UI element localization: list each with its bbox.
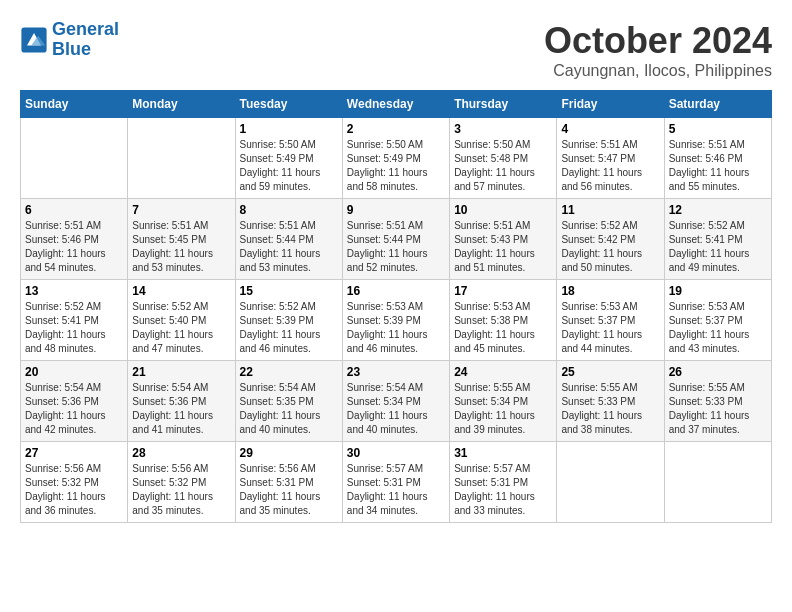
day-number: 5 xyxy=(669,122,767,136)
column-header-thursday: Thursday xyxy=(450,91,557,118)
day-number: 26 xyxy=(669,365,767,379)
calendar-cell: 7Sunrise: 5:51 AM Sunset: 5:45 PM Daylig… xyxy=(128,199,235,280)
day-info: Sunrise: 5:51 AM Sunset: 5:47 PM Dayligh… xyxy=(561,138,659,194)
calendar-cell: 8Sunrise: 5:51 AM Sunset: 5:44 PM Daylig… xyxy=(235,199,342,280)
calendar-cell: 16Sunrise: 5:53 AM Sunset: 5:39 PM Dayli… xyxy=(342,280,449,361)
day-number: 18 xyxy=(561,284,659,298)
day-info: Sunrise: 5:51 AM Sunset: 5:44 PM Dayligh… xyxy=(240,219,338,275)
day-number: 25 xyxy=(561,365,659,379)
column-header-monday: Monday xyxy=(128,91,235,118)
calendar-cell: 18Sunrise: 5:53 AM Sunset: 5:37 PM Dayli… xyxy=(557,280,664,361)
day-number: 17 xyxy=(454,284,552,298)
calendar-cell: 27Sunrise: 5:56 AM Sunset: 5:32 PM Dayli… xyxy=(21,442,128,523)
day-info: Sunrise: 5:54 AM Sunset: 5:36 PM Dayligh… xyxy=(25,381,123,437)
day-info: Sunrise: 5:54 AM Sunset: 5:34 PM Dayligh… xyxy=(347,381,445,437)
day-number: 28 xyxy=(132,446,230,460)
day-info: Sunrise: 5:50 AM Sunset: 5:48 PM Dayligh… xyxy=(454,138,552,194)
title-section: October 2024 Cayungnan, Ilocos, Philippi… xyxy=(544,20,772,80)
calendar-cell: 28Sunrise: 5:56 AM Sunset: 5:32 PM Dayli… xyxy=(128,442,235,523)
day-info: Sunrise: 5:51 AM Sunset: 5:46 PM Dayligh… xyxy=(669,138,767,194)
calendar-cell: 5Sunrise: 5:51 AM Sunset: 5:46 PM Daylig… xyxy=(664,118,771,199)
day-number: 14 xyxy=(132,284,230,298)
day-number: 3 xyxy=(454,122,552,136)
day-number: 10 xyxy=(454,203,552,217)
day-number: 19 xyxy=(669,284,767,298)
calendar-cell: 15Sunrise: 5:52 AM Sunset: 5:39 PM Dayli… xyxy=(235,280,342,361)
day-number: 2 xyxy=(347,122,445,136)
day-number: 11 xyxy=(561,203,659,217)
day-number: 27 xyxy=(25,446,123,460)
calendar-cell: 23Sunrise: 5:54 AM Sunset: 5:34 PM Dayli… xyxy=(342,361,449,442)
calendar-cell: 20Sunrise: 5:54 AM Sunset: 5:36 PM Dayli… xyxy=(21,361,128,442)
calendar-cell: 25Sunrise: 5:55 AM Sunset: 5:33 PM Dayli… xyxy=(557,361,664,442)
day-number: 7 xyxy=(132,203,230,217)
day-number: 15 xyxy=(240,284,338,298)
calendar-cell: 26Sunrise: 5:55 AM Sunset: 5:33 PM Dayli… xyxy=(664,361,771,442)
day-number: 20 xyxy=(25,365,123,379)
day-number: 21 xyxy=(132,365,230,379)
calendar-week-row: 6Sunrise: 5:51 AM Sunset: 5:46 PM Daylig… xyxy=(21,199,772,280)
calendar-cell: 6Sunrise: 5:51 AM Sunset: 5:46 PM Daylig… xyxy=(21,199,128,280)
day-number: 22 xyxy=(240,365,338,379)
calendar-cell: 3Sunrise: 5:50 AM Sunset: 5:48 PM Daylig… xyxy=(450,118,557,199)
calendar-cell: 29Sunrise: 5:56 AM Sunset: 5:31 PM Dayli… xyxy=(235,442,342,523)
day-info: Sunrise: 5:50 AM Sunset: 5:49 PM Dayligh… xyxy=(240,138,338,194)
day-number: 29 xyxy=(240,446,338,460)
calendar-cell: 21Sunrise: 5:54 AM Sunset: 5:36 PM Dayli… xyxy=(128,361,235,442)
logo-icon xyxy=(20,26,48,54)
calendar-week-row: 13Sunrise: 5:52 AM Sunset: 5:41 PM Dayli… xyxy=(21,280,772,361)
calendar-cell xyxy=(664,442,771,523)
day-info: Sunrise: 5:52 AM Sunset: 5:42 PM Dayligh… xyxy=(561,219,659,275)
calendar-cell: 1Sunrise: 5:50 AM Sunset: 5:49 PM Daylig… xyxy=(235,118,342,199)
calendar-cell xyxy=(128,118,235,199)
calendar-cell: 2Sunrise: 5:50 AM Sunset: 5:49 PM Daylig… xyxy=(342,118,449,199)
column-header-sunday: Sunday xyxy=(21,91,128,118)
column-header-friday: Friday xyxy=(557,91,664,118)
logo-text: General Blue xyxy=(52,20,119,60)
day-number: 23 xyxy=(347,365,445,379)
day-info: Sunrise: 5:51 AM Sunset: 5:44 PM Dayligh… xyxy=(347,219,445,275)
calendar-cell: 12Sunrise: 5:52 AM Sunset: 5:41 PM Dayli… xyxy=(664,199,771,280)
month-title: October 2024 xyxy=(544,20,772,62)
page-header: General Blue October 2024 Cayungnan, Ilo… xyxy=(20,20,772,80)
day-info: Sunrise: 5:56 AM Sunset: 5:32 PM Dayligh… xyxy=(25,462,123,518)
calendar-week-row: 20Sunrise: 5:54 AM Sunset: 5:36 PM Dayli… xyxy=(21,361,772,442)
calendar-cell: 30Sunrise: 5:57 AM Sunset: 5:31 PM Dayli… xyxy=(342,442,449,523)
day-info: Sunrise: 5:55 AM Sunset: 5:33 PM Dayligh… xyxy=(561,381,659,437)
day-info: Sunrise: 5:54 AM Sunset: 5:35 PM Dayligh… xyxy=(240,381,338,437)
day-info: Sunrise: 5:52 AM Sunset: 5:41 PM Dayligh… xyxy=(25,300,123,356)
day-number: 12 xyxy=(669,203,767,217)
day-number: 30 xyxy=(347,446,445,460)
calendar-cell: 19Sunrise: 5:53 AM Sunset: 5:37 PM Dayli… xyxy=(664,280,771,361)
logo-line2: Blue xyxy=(52,39,91,59)
logo: General Blue xyxy=(20,20,119,60)
day-info: Sunrise: 5:53 AM Sunset: 5:38 PM Dayligh… xyxy=(454,300,552,356)
calendar-cell: 10Sunrise: 5:51 AM Sunset: 5:43 PM Dayli… xyxy=(450,199,557,280)
day-info: Sunrise: 5:52 AM Sunset: 5:40 PM Dayligh… xyxy=(132,300,230,356)
day-info: Sunrise: 5:56 AM Sunset: 5:32 PM Dayligh… xyxy=(132,462,230,518)
column-header-saturday: Saturday xyxy=(664,91,771,118)
calendar-table: SundayMondayTuesdayWednesdayThursdayFrid… xyxy=(20,90,772,523)
calendar-cell: 31Sunrise: 5:57 AM Sunset: 5:31 PM Dayli… xyxy=(450,442,557,523)
calendar-cell: 24Sunrise: 5:55 AM Sunset: 5:34 PM Dayli… xyxy=(450,361,557,442)
calendar-week-row: 1Sunrise: 5:50 AM Sunset: 5:49 PM Daylig… xyxy=(21,118,772,199)
day-number: 31 xyxy=(454,446,552,460)
day-number: 24 xyxy=(454,365,552,379)
logo-line1: General xyxy=(52,19,119,39)
day-number: 13 xyxy=(25,284,123,298)
day-info: Sunrise: 5:57 AM Sunset: 5:31 PM Dayligh… xyxy=(347,462,445,518)
day-info: Sunrise: 5:53 AM Sunset: 5:39 PM Dayligh… xyxy=(347,300,445,356)
day-number: 8 xyxy=(240,203,338,217)
calendar-cell: 17Sunrise: 5:53 AM Sunset: 5:38 PM Dayli… xyxy=(450,280,557,361)
day-number: 1 xyxy=(240,122,338,136)
calendar-cell: 22Sunrise: 5:54 AM Sunset: 5:35 PM Dayli… xyxy=(235,361,342,442)
day-number: 4 xyxy=(561,122,659,136)
day-info: Sunrise: 5:51 AM Sunset: 5:45 PM Dayligh… xyxy=(132,219,230,275)
day-info: Sunrise: 5:51 AM Sunset: 5:43 PM Dayligh… xyxy=(454,219,552,275)
day-info: Sunrise: 5:56 AM Sunset: 5:31 PM Dayligh… xyxy=(240,462,338,518)
day-number: 16 xyxy=(347,284,445,298)
column-header-wednesday: Wednesday xyxy=(342,91,449,118)
day-info: Sunrise: 5:52 AM Sunset: 5:41 PM Dayligh… xyxy=(669,219,767,275)
day-info: Sunrise: 5:55 AM Sunset: 5:34 PM Dayligh… xyxy=(454,381,552,437)
calendar-cell: 9Sunrise: 5:51 AM Sunset: 5:44 PM Daylig… xyxy=(342,199,449,280)
